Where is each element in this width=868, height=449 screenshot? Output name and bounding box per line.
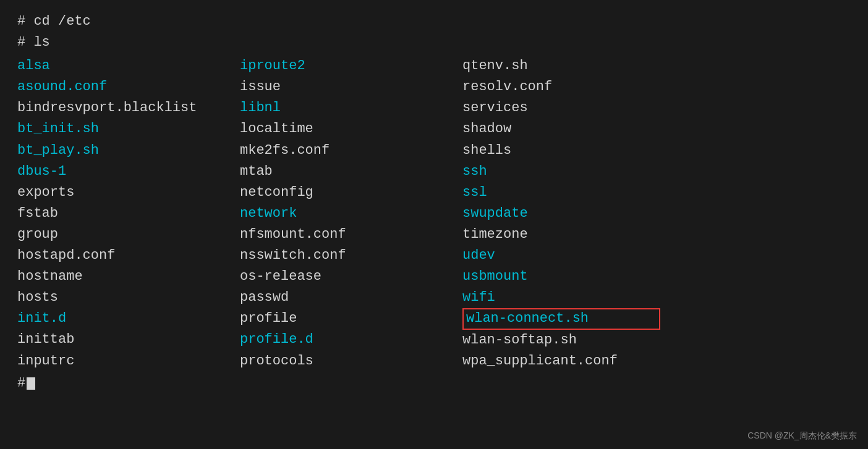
list-item: group <box>17 224 215 245</box>
terminal: # cd /etc # ls alsa asound.conf bindresv… <box>0 0 868 449</box>
list-item: hostname <box>17 266 215 287</box>
list-item: bindresvport.blacklist <box>17 98 215 119</box>
list-item: usbmount <box>462 266 660 287</box>
list-item: libnl <box>240 98 438 119</box>
list-item: timezone <box>462 224 660 245</box>
prompt-line: # <box>17 373 851 394</box>
list-item: netconfig <box>240 182 438 203</box>
list-item: qtenv.sh <box>462 56 660 77</box>
list-item: mtab <box>240 161 438 182</box>
list-item: iproute2 <box>240 56 438 77</box>
cursor <box>27 377 35 390</box>
list-item: profile <box>240 308 438 329</box>
list-item: bt_init.sh <box>17 119 215 140</box>
list-item: inputrc <box>17 351 215 372</box>
list-item: swupdate <box>462 203 660 224</box>
list-item: inittab <box>17 329 215 350</box>
list-item: shadow <box>462 119 660 140</box>
column-3: qtenv.sh resolv.conf services shadow she… <box>462 56 660 372</box>
list-item: network <box>240 203 438 224</box>
command-line-2: # ls <box>17 32 851 53</box>
list-item: nsswitch.conf <box>240 245 438 266</box>
list-item: wifi <box>462 287 660 308</box>
list-item: profile.d <box>240 329 438 350</box>
list-item: passwd <box>240 287 438 308</box>
command-line-1: # cd /etc <box>17 11 851 32</box>
list-item: nfsmount.conf <box>240 224 438 245</box>
list-item: wlan-softap.sh <box>462 330 660 351</box>
list-item: init.d <box>17 308 215 329</box>
list-item: exports <box>17 182 215 203</box>
watermark: CSDN @ZK_周杰伦&樊振东 <box>747 429 857 443</box>
prompt-symbol: # <box>17 373 25 394</box>
file-listing: alsa asound.conf bindresvport.blacklist … <box>17 56 851 372</box>
column-1: alsa asound.conf bindresvport.blacklist … <box>17 56 215 372</box>
list-item: issue <box>240 77 438 98</box>
list-item: dbus-1 <box>17 161 215 182</box>
column-2: iproute2 issue libnl localtime mke2fs.co… <box>240 56 438 372</box>
list-item: resolv.conf <box>462 77 660 98</box>
list-item: hostapd.conf <box>17 245 215 266</box>
list-item: udev <box>462 245 660 266</box>
list-item: mke2fs.conf <box>240 140 438 161</box>
list-item: shells <box>462 140 660 161</box>
wlan-connect-highlighted: wlan-connect.sh <box>462 308 660 330</box>
list-item: services <box>462 98 660 119</box>
list-item: wpa_supplicant.conf <box>462 351 660 372</box>
list-item: ssl <box>462 182 660 203</box>
list-item: ssh <box>462 161 660 182</box>
list-item: bt_play.sh <box>17 140 215 161</box>
list-item: localtime <box>240 119 438 140</box>
list-item: asound.conf <box>17 77 215 98</box>
list-item: hosts <box>17 287 215 308</box>
list-item: protocols <box>240 351 438 372</box>
list-item: fstab <box>17 203 215 224</box>
list-item: alsa <box>17 56 215 77</box>
list-item: os-release <box>240 266 438 287</box>
